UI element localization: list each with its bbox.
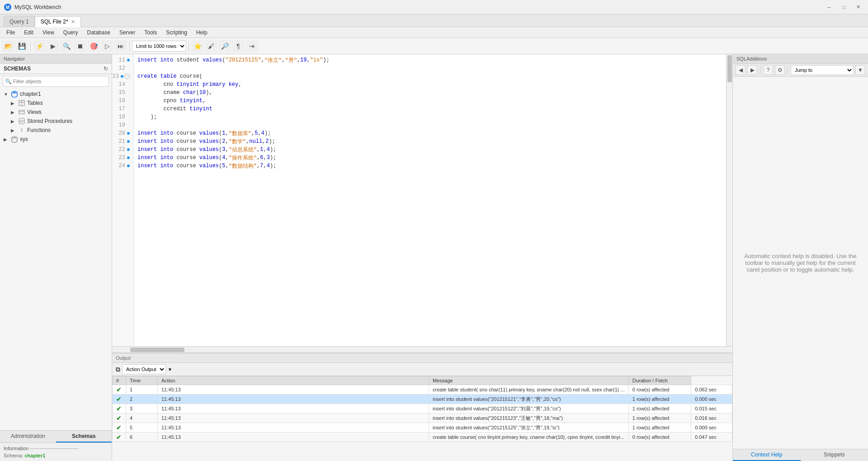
tree-item-chapter1[interactable]: ▼ chapter1 bbox=[0, 89, 112, 99]
table-row[interactable]: ✔ 4 11:45:13 insert into student values(… bbox=[113, 414, 732, 423]
table-row[interactable]: ✔ 3 11:45:13 insert into student values(… bbox=[113, 404, 732, 414]
navigator-header: Navigator bbox=[0, 54, 112, 64]
execute-current-button[interactable]: ▶ bbox=[47, 40, 59, 52]
editor-scrollbar[interactable] bbox=[726, 54, 732, 346]
tree-item-tables[interactable]: ▶ Tables bbox=[0, 99, 112, 108]
administration-button[interactable]: Administration bbox=[0, 431, 56, 442]
cell-action: create table student( sno char(11) prima… bbox=[429, 385, 629, 395]
stored-procedures-icon: SP bbox=[18, 118, 25, 125]
tab-sqlfile2[interactable]: SQL File 2* ✕ bbox=[35, 16, 81, 27]
indent-button[interactable]: ⇥ bbox=[245, 40, 258, 52]
line-numbers: 11 12 13 − 14 15 bbox=[112, 54, 134, 346]
continue-button[interactable]: ▷ bbox=[101, 40, 113, 52]
snippets-button[interactable]: Snippets bbox=[801, 449, 868, 461]
line-21: 21 bbox=[112, 137, 133, 146]
sys-label: sys bbox=[20, 136, 28, 142]
menu-server[interactable]: Server bbox=[115, 28, 140, 37]
menu-help[interactable]: Help bbox=[192, 28, 212, 37]
forward-button[interactable]: ▶ bbox=[747, 65, 757, 75]
cell-time: 11:45:13 bbox=[158, 433, 429, 442]
tree-item-views[interactable]: ▶ Views bbox=[0, 108, 112, 117]
help-text: Automatic context help is disabled. Use … bbox=[740, 253, 861, 273]
schemas-refresh-icon[interactable]: ↻ bbox=[104, 66, 108, 72]
filter-input[interactable] bbox=[3, 76, 109, 87]
breakpoint-dot-24 bbox=[127, 165, 130, 167]
window-controls: ─ □ ✕ bbox=[823, 3, 864, 12]
table-row[interactable]: ✔ 2 11:45:13 insert into student values(… bbox=[113, 395, 732, 404]
table-row[interactable]: ✔ 5 11:45:13 insert into student values(… bbox=[113, 423, 732, 433]
open-file-button[interactable]: 📂 bbox=[2, 40, 14, 52]
format-button[interactable]: ¶ bbox=[232, 40, 245, 52]
menu-tools[interactable]: Tools bbox=[140, 28, 161, 37]
cell-id: 1 bbox=[126, 385, 158, 395]
app-title: MySQL Workbench bbox=[14, 4, 823, 10]
menu-query[interactable]: Query bbox=[59, 28, 83, 37]
cell-action: insert into student values("201215122","… bbox=[429, 404, 629, 414]
context-snippets-bar: Context Help Snippets bbox=[733, 449, 868, 461]
output-copy-icon[interactable]: ⧉ bbox=[116, 366, 120, 373]
tab-close-icon[interactable]: ✕ bbox=[71, 19, 75, 25]
execute-button[interactable]: ⚡ bbox=[33, 40, 46, 52]
output-header: Output bbox=[112, 353, 732, 363]
line-19: 19 bbox=[112, 121, 133, 129]
jump-to-dropdown-button[interactable]: ▼ bbox=[855, 65, 865, 75]
sys-db-icon bbox=[11, 136, 18, 143]
collapse-circle-13[interactable]: − bbox=[124, 74, 130, 79]
main-layout: Navigator SCHEMAS ↻ 🔍 ▼ chapter1 ▶ bbox=[0, 54, 868, 461]
stop-button[interactable]: ⏹ bbox=[74, 40, 86, 52]
table-row[interactable]: ✔ 1 11:45:13 create table student( sno c… bbox=[113, 385, 732, 395]
tree-item-sys[interactable]: ▶ sys bbox=[0, 135, 112, 144]
maximize-button[interactable]: □ bbox=[837, 3, 850, 12]
col-action: Action bbox=[158, 376, 429, 385]
skip-button[interactable]: ⏭ bbox=[114, 40, 127, 52]
bottom-scrollbar[interactable] bbox=[112, 346, 732, 353]
line-22: 22 bbox=[112, 146, 133, 154]
search-button[interactable]: 🔎 bbox=[218, 40, 231, 52]
menu-database[interactable]: Database bbox=[83, 28, 115, 37]
information-panel: Information ····························… bbox=[0, 442, 112, 461]
cell-duration: 0.000 sec bbox=[691, 423, 732, 433]
tab-query1[interactable]: Query 1 bbox=[4, 16, 35, 27]
close-button[interactable]: ✕ bbox=[852, 3, 864, 12]
schemas-header: SCHEMAS ↻ bbox=[0, 64, 112, 74]
code-line-14: cno tinyint primary key, bbox=[137, 80, 729, 89]
status-ok-icon: ✔ bbox=[116, 414, 122, 422]
tab-query1-label: Query 1 bbox=[9, 19, 29, 25]
functions-icon: f bbox=[18, 127, 25, 134]
menu-file[interactable]: File bbox=[2, 28, 19, 37]
table-row[interactable]: ✔ 6 11:45:13 create table course( cno ti… bbox=[113, 433, 732, 442]
schema-info: Schema: chapter1 bbox=[4, 453, 108, 458]
status-ok-icon: ✔ bbox=[116, 405, 122, 412]
menu-view[interactable]: View bbox=[38, 28, 59, 37]
explain-button[interactable]: 🔍 bbox=[60, 40, 73, 52]
menu-scripting[interactable]: Scripting bbox=[161, 28, 192, 37]
save-button[interactable]: 💾 bbox=[15, 40, 28, 52]
tables-label: Tables bbox=[27, 100, 43, 106]
limit-rows-select[interactable]: Limit to 1000 rows Limit to 200 rows Don… bbox=[132, 41, 186, 52]
back-button[interactable]: ◀ bbox=[736, 65, 745, 75]
code-line-19 bbox=[137, 121, 729, 129]
schema-name: chapter1 bbox=[24, 453, 45, 458]
breakpoint-dot-13 bbox=[121, 75, 123, 78]
svg-text:SP: SP bbox=[19, 119, 24, 123]
menu-edit[interactable]: Edit bbox=[19, 28, 38, 37]
minimize-button[interactable]: ─ bbox=[823, 3, 835, 12]
jump-to-select[interactable]: Jump to bbox=[791, 65, 854, 75]
cell-duration: 0.000 sec bbox=[691, 395, 732, 404]
auto-help-button[interactable]: ⚙ bbox=[775, 65, 785, 75]
bookmark-button[interactable]: ⭐ bbox=[191, 40, 204, 52]
context-help-button[interactable]: Context Help bbox=[733, 449, 801, 461]
tree-item-functions[interactable]: ▶ f Functions bbox=[0, 126, 112, 135]
brush-button[interactable]: 🖌 bbox=[205, 40, 217, 52]
menu-bar: File Edit View Query Database Server Too… bbox=[0, 27, 868, 38]
code-content[interactable]: insert into student values("201215125","… bbox=[134, 54, 732, 346]
output-type-select[interactable]: Action Output Text Output bbox=[122, 364, 166, 374]
tree-item-stored-procedures[interactable]: ▶ SP Stored Procedures bbox=[0, 117, 112, 126]
bottom-scroll-thumb[interactable] bbox=[130, 348, 184, 352]
help-button[interactable]: ? bbox=[763, 65, 773, 75]
line-14: 14 bbox=[112, 80, 133, 89]
editor-scroll-thumb[interactable] bbox=[727, 55, 732, 82]
output-dropdown-icon[interactable]: ▼ bbox=[168, 367, 172, 372]
schemas-button[interactable]: Schemas bbox=[56, 431, 112, 442]
target-button[interactable]: 🎯 bbox=[87, 40, 100, 52]
